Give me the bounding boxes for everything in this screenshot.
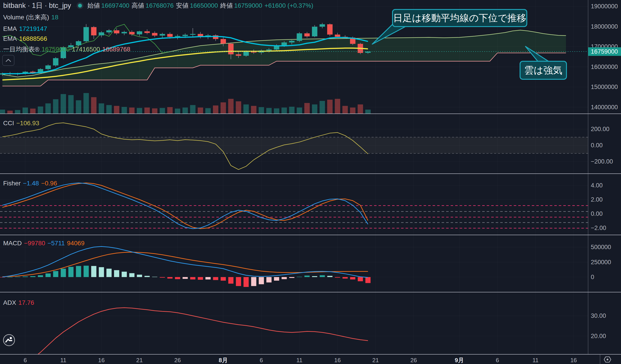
- volume-bar: [205, 108, 211, 114]
- candle: [327, 24, 333, 35]
- volume-bar: [228, 99, 234, 114]
- candle: [228, 44, 234, 54]
- volume-label: Volume (出来高): [3, 13, 49, 22]
- candle: [106, 30, 112, 33]
- open-label: 始値: [87, 1, 100, 10]
- volume-bar: [213, 105, 218, 114]
- high-label: 高値: [132, 1, 144, 10]
- macd-histogram-bar: [106, 269, 112, 277]
- candle: [221, 39, 226, 44]
- volume-bar: [190, 105, 196, 114]
- candle: [281, 42, 287, 45]
- candle: [243, 51, 249, 56]
- fisher-label: Fisher: [3, 180, 21, 187]
- macd-legend[interactable]: MACD −99780 −5711 94069: [3, 240, 85, 247]
- macd-histogram-bar: [243, 277, 249, 287]
- tradingview-logo[interactable]: [3, 334, 15, 347]
- macd-histogram-bar: [365, 277, 371, 283]
- macd-histogram-bar: [289, 277, 294, 278]
- macd-histogram-bar: [7, 277, 13, 278]
- macd-histogram-bar: [335, 277, 340, 278]
- fisher-value-2: −0.96: [41, 180, 57, 187]
- cci-legend[interactable]: CCI −106.93: [3, 120, 39, 127]
- candle: [114, 30, 120, 33]
- pane-collapse-button[interactable]: [2, 55, 15, 66]
- fisher-legend[interactable]: Fisher −1.48 −0.96: [3, 180, 57, 187]
- volume-bar: [259, 107, 264, 114]
- macd-histogram-bar: [297, 277, 302, 277]
- macd-histogram-bar: [84, 265, 89, 277]
- volume-legend[interactable]: Volume (出来高) 18: [3, 13, 58, 22]
- macd-histogram-bar: [15, 277, 20, 277]
- macd-histogram-bar: [236, 277, 241, 286]
- symbol-title[interactable]: bitbank · 1日 · btc_jpy: [3, 1, 71, 10]
- candle: [297, 33, 302, 41]
- ema-fast-legend[interactable]: EMA 17219147: [3, 25, 47, 33]
- ema-slow-label: EMA: [3, 35, 17, 42]
- macd-histogram-bar: [350, 277, 355, 280]
- volume-bar: [243, 104, 249, 114]
- volume-bar: [114, 106, 120, 114]
- adx-value: 17.76: [18, 299, 34, 306]
- volume-bar: [335, 99, 340, 114]
- candle: [312, 27, 317, 36]
- macd-histogram-bar: [46, 273, 51, 277]
- candle: [304, 33, 310, 36]
- adx-line: [2, 308, 368, 364]
- ichimoku-legend[interactable]: 一目均衡表® 16759000 17416500 16689768: [3, 45, 130, 54]
- tradingview-logo-icon: [3, 334, 15, 347]
- symbol-header: bitbank · 1日 · btc_jpy 始値16697400 高値1676…: [3, 1, 313, 10]
- volume-bar: [7, 111, 13, 114]
- macd-histogram-bar: [328, 276, 333, 277]
- ichimoku-value-1: 16759000: [42, 46, 70, 53]
- ema-fast-label: EMA: [3, 25, 17, 33]
- cci-value: −106.93: [16, 120, 39, 127]
- volume-bar: [343, 106, 348, 114]
- volume-bar: [30, 109, 35, 114]
- candle: [137, 31, 142, 34]
- volume-bar: [76, 100, 81, 114]
- annotation-trend-callout[interactable]: 日足は移動平均線の下位で推移: [392, 9, 527, 27]
- macd-histogram-bar: [221, 277, 226, 281]
- macd-histogram-bar: [61, 269, 66, 277]
- macd-histogram-bar: [198, 277, 203, 280]
- chart-window: 1900000018000000170000001600000015000000…: [0, 0, 621, 364]
- volume-bar: [99, 103, 104, 114]
- change-value: +61600 (+0.37%): [264, 2, 313, 9]
- open-value: 16697400: [101, 2, 130, 9]
- volume-bar: [152, 108, 157, 114]
- macd-histogram-bar: [304, 276, 310, 277]
- volume-bar: [175, 109, 180, 114]
- macd-histogram-bar: [53, 271, 58, 277]
- volume-bar: [53, 99, 58, 114]
- adx-legend[interactable]: ADX 17.76: [3, 299, 34, 306]
- macd-histogram-bar: [129, 273, 135, 277]
- volume-bar: [0, 110, 5, 114]
- high-value: 16768076: [146, 2, 174, 9]
- market-status-dot-icon[interactable]: [77, 2, 83, 9]
- gear-icon: [604, 356, 612, 363]
- volume-bar: [15, 110, 20, 114]
- volume-bar: [266, 108, 272, 114]
- macd-hist-value: −99780: [24, 240, 45, 247]
- ema-slow-legend[interactable]: EMA 16888566: [3, 35, 47, 42]
- annotation-cloud-callout[interactable]: 雲は強気: [520, 61, 567, 80]
- candle: [53, 58, 58, 65]
- macd-label: MACD: [3, 240, 22, 247]
- volume-bar: [320, 101, 325, 114]
- current-price-tag: 16759000: [588, 47, 621, 56]
- volume-bar: [137, 108, 142, 114]
- chevron-up-icon: [5, 59, 11, 62]
- candle: [236, 54, 241, 56]
- macd-histogram-bar: [251, 277, 257, 286]
- candle: [45, 66, 51, 69]
- volume-bar: [45, 103, 51, 114]
- volume-bar: [61, 94, 66, 114]
- axis-settings-button[interactable]: [604, 356, 612, 364]
- macd-histogram-bar: [137, 275, 142, 277]
- candle: [144, 31, 150, 33]
- candle: [320, 24, 325, 27]
- chart-canvas[interactable]: [0, 0, 621, 364]
- macd-histogram-bar: [274, 277, 279, 281]
- volume-bar: [236, 101, 241, 114]
